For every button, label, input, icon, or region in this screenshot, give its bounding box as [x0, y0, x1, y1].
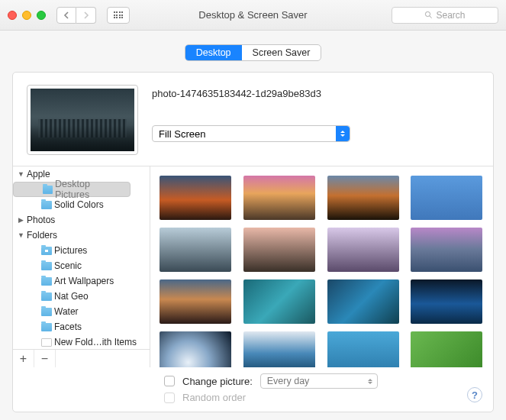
group-label: Photos [27, 215, 55, 225]
display-mode-value: Fill Screen [159, 128, 205, 140]
wallpaper-thumb[interactable] [160, 279, 231, 324]
wallpaper-thumb[interactable] [411, 279, 482, 324]
remove-folder-button[interactable]: − [34, 350, 56, 367]
wallpaper-thumb[interactable] [327, 228, 399, 272]
photo-name: photo-1474635183442-1d29a9be83d3 [152, 88, 479, 99]
wallpaper-grid[interactable] [150, 166, 493, 367]
sidebar-item-art-wallpapers[interactable]: Art Wallpapers [13, 273, 150, 289]
wallpaper-thumb[interactable] [411, 228, 482, 272]
tab-screensaver[interactable]: Screen Saver [242, 45, 321, 60]
disclosure-icon[interactable] [18, 232, 24, 239]
wallpaper-thumb[interactable] [160, 331, 231, 367]
show-all-button[interactable] [107, 7, 130, 24]
random-order-label: Random order [182, 392, 246, 403]
grid-icon [114, 11, 124, 18]
wallpaper-thumb[interactable] [411, 176, 482, 220]
minimize-icon[interactable] [22, 11, 31, 20]
sidebar-item-nat-geo[interactable]: Nat Geo [13, 289, 150, 304]
wallpaper-thumb[interactable] [327, 331, 399, 367]
forward-button[interactable] [76, 7, 96, 24]
sidebar-item-facets[interactable]: Facets [13, 319, 150, 334]
svg-point-0 [426, 11, 430, 16]
folder-icon [41, 323, 52, 331]
group-label: Folders [27, 230, 57, 241]
display-mode-select[interactable]: Fill Screen [152, 125, 350, 142]
tab-segment: Desktop Screen Saver [185, 44, 322, 61]
interval-value: Every day [267, 376, 310, 386]
sidebar-item-desktop-pictures[interactable]: Desktop Pictures [13, 182, 131, 197]
svg-line-1 [430, 16, 432, 18]
interval-select[interactable]: Every day [260, 373, 378, 389]
sidebar-group-photos[interactable]: Photos [13, 212, 150, 228]
wallpaper-thumb[interactable] [327, 176, 399, 220]
window-body: Desktop Screen Saver photo-1474635183442… [0, 31, 506, 420]
item-label: Water [54, 306, 79, 317]
sidebar-item-scenic[interactable]: Scenic [13, 258, 150, 273]
wallpaper-thumb[interactable] [411, 331, 482, 367]
item-label: Nat Geo [54, 291, 89, 302]
item-label: Scenic [54, 260, 82, 271]
top-right-column: photo-1474635183442-1d29a9be83d3 Fill Sc… [152, 85, 479, 155]
item-label: Desktop Pictures [55, 179, 124, 200]
preview-image [31, 89, 134, 151]
wallpaper-thumb[interactable] [160, 176, 231, 220]
help-button[interactable]: ? [467, 387, 482, 402]
disclosure-icon[interactable] [18, 217, 24, 224]
window-controls [8, 11, 46, 20]
add-folder-button[interactable]: + [13, 350, 34, 367]
folder-icon [41, 262, 52, 270]
chevron-updown-icon [336, 126, 350, 141]
folder-icon [41, 277, 52, 286]
sidebar-item-new-folder[interactable]: New Fold…ith Items [13, 334, 150, 349]
chevron-updown-icon [368, 376, 372, 386]
top-row: photo-1474635183442-1d29a9be83d3 Fill Sc… [13, 73, 493, 155]
back-button[interactable] [56, 7, 76, 24]
main-panel: photo-1474635183442-1d29a9be83d3 Fill Sc… [12, 72, 494, 412]
change-picture-checkbox[interactable] [164, 376, 175, 386]
folder-icon [43, 186, 53, 194]
wallpaper-thumb[interactable] [327, 279, 399, 324]
change-picture-label: Change picture: [182, 376, 253, 387]
titlebar: Desktop & Screen Saver Search [0, 0, 506, 31]
sidebar-item-water[interactable]: Water [13, 304, 150, 319]
item-label: Solid Colors [54, 199, 104, 210]
source-list[interactable]: Apple Desktop Pictures Solid Colors [13, 166, 150, 349]
nav-segment [56, 7, 96, 24]
tab-desktop[interactable]: Desktop [185, 45, 242, 60]
random-order-row: Random order [150, 389, 493, 403]
folder-icon [41, 308, 52, 316]
zoom-icon[interactable] [37, 11, 46, 20]
source-sidebar: Apple Desktop Pictures Solid Colors [13, 166, 150, 367]
wallpaper-thumb[interactable] [243, 176, 315, 220]
item-label: Art Wallpapers [54, 276, 114, 286]
wallpaper-preview [27, 85, 138, 155]
sidebar-item-pictures[interactable]: Pictures [13, 243, 150, 258]
item-label: New Fold…ith Items [54, 337, 137, 347]
sidebar-footer: + − [13, 349, 150, 367]
pictures-folder-icon [41, 247, 52, 255]
wallpaper-thumb[interactable] [160, 228, 231, 272]
search-icon [424, 11, 433, 19]
mid-row: Apple Desktop Pictures Solid Colors [13, 166, 493, 367]
wallpaper-thumb[interactable] [243, 331, 315, 367]
wallpaper-thumb[interactable] [243, 228, 315, 272]
sidebar-group-folders[interactable]: Folders [13, 228, 150, 243]
item-label: Pictures [54, 245, 87, 256]
group-label: Apple [27, 169, 50, 179]
folder-icon [41, 338, 52, 347]
search-placeholder: Search [436, 10, 465, 21]
close-icon[interactable] [8, 11, 17, 20]
change-picture-row: Change picture: Every day [150, 367, 493, 389]
folder-icon [41, 292, 52, 301]
search-input[interactable]: Search [392, 7, 498, 24]
folder-icon [41, 201, 52, 209]
wallpaper-thumb[interactable] [243, 279, 315, 324]
item-label: Facets [54, 321, 82, 332]
random-order-checkbox [164, 393, 175, 403]
disclosure-icon[interactable] [18, 171, 24, 178]
